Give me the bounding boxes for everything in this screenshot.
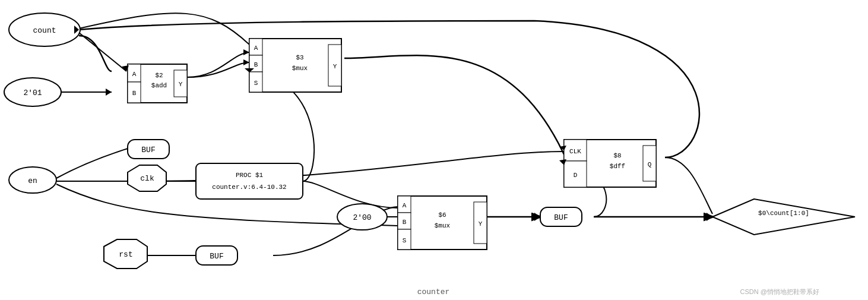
mux6-y-label: Y <box>479 220 483 228</box>
svg-marker-28 <box>712 199 855 235</box>
add-type-label: $add <box>151 82 167 89</box>
proc-label1: PROC $1 <box>236 172 264 179</box>
mux3-a-label: A <box>254 45 258 52</box>
svg-marker-38 <box>534 213 540 221</box>
mux3-b-label: B <box>254 61 258 68</box>
mux3-type-label: $mux <box>292 65 308 72</box>
add-a-label: A <box>132 71 137 78</box>
dff-id-label: $8 <box>613 152 621 159</box>
dff-q-label: Q <box>648 161 652 168</box>
add-b-label: B <box>132 90 137 97</box>
svg-line-29 <box>79 33 126 71</box>
two01-label: 2'01 <box>23 89 42 97</box>
add-id-label: $2 <box>155 72 163 79</box>
clk-label: clk <box>140 174 154 183</box>
mux6-a-label: A <box>403 202 407 209</box>
mux3-id-label: $3 <box>296 54 303 61</box>
dff-d-label: D <box>574 172 578 179</box>
mux6-type-label: $mux <box>435 222 451 229</box>
diagram-container: count 2'01 en BUF clk rst A B $2 $add Y <box>0 0 868 300</box>
buf2-label: BUF <box>554 213 568 222</box>
output-label1: $0\count[1:0] <box>758 210 809 217</box>
svg-marker-33 <box>243 59 249 65</box>
dff-clk-label: CLK <box>569 148 581 155</box>
rst-label: rst <box>119 250 132 259</box>
buf3-label: BUF <box>210 252 223 261</box>
mux6-s-label: S <box>403 237 407 244</box>
svg-marker-36 <box>707 213 712 221</box>
mux3-y-label: Y <box>333 63 337 70</box>
proc-label2: counter.v:6.4-10.32 <box>212 184 286 191</box>
en-label: en <box>28 176 37 185</box>
count-label: count <box>33 26 56 35</box>
mux6-b-label: B <box>403 219 407 226</box>
svg-marker-31 <box>106 89 112 96</box>
mux3-s-label: S <box>254 80 258 87</box>
dff-type-label: $dff <box>610 163 625 170</box>
add-y-label: Y <box>179 81 183 88</box>
watermark: CSDN @悄悄地把鞋带系好 <box>740 288 819 295</box>
svg-marker-32 <box>243 49 249 55</box>
diagram-title: counter <box>417 288 450 296</box>
buf1-label: BUF <box>141 146 155 154</box>
mux6-id-label: $6 <box>438 211 446 219</box>
two00-label: 2'00 <box>353 213 371 222</box>
svg-rect-15 <box>196 163 303 199</box>
